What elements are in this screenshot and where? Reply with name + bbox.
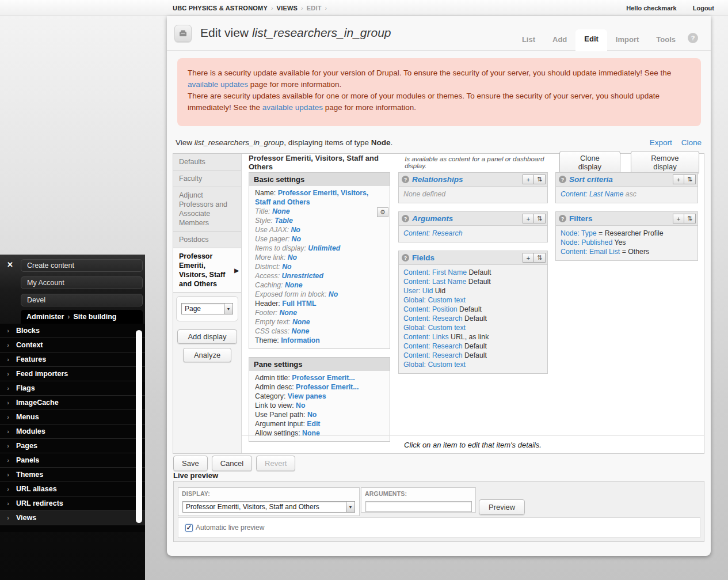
setting-link[interactable]: No <box>296 401 305 410</box>
sidebar-item-modules[interactable]: ›Modules <box>0 424 145 439</box>
argument-link[interactable]: Content: Research <box>403 229 463 237</box>
auto-preview-checkbox[interactable]: ✓ <box>185 524 193 532</box>
sidebar-item-url-aliases[interactable]: ›URL aliases <box>0 482 145 496</box>
display-tab-defaults[interactable]: Defaults <box>173 154 241 170</box>
setting-link[interactable]: None <box>279 309 297 317</box>
export-link[interactable]: Export <box>650 138 672 147</box>
sidebar-item-imagecache[interactable]: ›ImageCache <box>0 396 145 410</box>
breadcrumb-edit[interactable]: EDIT <box>307 5 322 12</box>
filter-link[interactable]: Content: Email List <box>561 248 620 256</box>
setting-link[interactable]: Professor Emerit... <box>296 383 359 391</box>
breadcrumb-home[interactable]: UBC PHYSICS & ASTRONOMY <box>173 5 268 12</box>
field-link[interactable]: Global: Custom text <box>403 324 466 332</box>
help-icon[interactable]: ? <box>688 33 698 43</box>
setting-link[interactable]: Full HTML <box>282 300 316 308</box>
setting-link[interactable]: No <box>291 226 300 234</box>
field-link[interactable]: Content: Research <box>403 351 463 359</box>
analyze-button[interactable]: Analyze <box>183 348 231 362</box>
arguments-input[interactable] <box>365 501 472 512</box>
style-settings-gear-icon[interactable]: ⚙ <box>377 207 388 217</box>
preview-display-select[interactable]: Professor Emeriti, Visitors, Staff and O… <box>182 501 355 513</box>
save-button[interactable]: Save <box>173 456 208 471</box>
clone-link[interactable]: Clone <box>681 138 702 147</box>
display-tab-faculty[interactable]: Faculty <box>173 170 241 187</box>
fields-title[interactable]: Fields <box>412 253 434 262</box>
add-sort-icon[interactable]: + <box>673 175 684 184</box>
setting-link[interactable]: No <box>329 290 338 298</box>
arguments-title[interactable]: Arguments <box>412 214 453 223</box>
relationships-title[interactable]: Relationships <box>412 175 463 184</box>
available-updates-link[interactable]: available updates <box>262 103 323 112</box>
setting-link[interactable]: No <box>292 235 301 243</box>
display-type-select[interactable]: Page ▼ <box>181 303 233 314</box>
sidebar-item-panels[interactable]: ›Panels <box>0 453 145 468</box>
sidebar-item-create-content[interactable]: Create content <box>21 259 143 272</box>
sort-link[interactable]: Content: Last Name <box>561 190 623 198</box>
remove-display-button[interactable]: Remove display <box>631 151 699 174</box>
setting-link[interactable]: None <box>272 207 290 215</box>
field-link[interactable]: Global: Custom text <box>403 296 466 304</box>
setting-link[interactable]: Unlimited <box>308 244 340 252</box>
field-link[interactable]: Content: Position <box>403 305 458 313</box>
breadcrumb-views[interactable]: VIEWS <box>277 5 298 12</box>
sidebar-item-flags[interactable]: ›Flags <box>0 381 145 396</box>
field-link[interactable]: Content: First Name <box>403 268 467 276</box>
field-link[interactable]: Global: Custom text <box>403 361 466 369</box>
filter-link[interactable]: Node: Type <box>561 229 597 237</box>
setting-link[interactable]: View panes <box>288 392 326 400</box>
sidebar-item-menus[interactable]: ›Menus <box>0 410 145 424</box>
add-display-button[interactable]: Add display <box>177 329 237 344</box>
sidebar-item-feed-importers[interactable]: ›Feed importers <box>0 367 145 381</box>
add-relationship-icon[interactable]: + <box>523 175 534 184</box>
close-icon[interactable]: ✕ <box>7 260 13 269</box>
display-tab-active[interactable]: Professor Emeriti, Visitors, Staff and O… <box>173 248 241 293</box>
field-link[interactable]: Content: Links <box>403 333 449 341</box>
field-link[interactable]: Content: Last Name <box>403 278 466 286</box>
cancel-button[interactable]: Cancel <box>212 456 252 471</box>
filters-title[interactable]: Filters <box>569 214 593 223</box>
sort-criteria-title[interactable]: Sort criteria <box>569 175 613 184</box>
setting-link[interactable]: No <box>282 263 291 271</box>
logout-link[interactable]: Logout <box>693 5 714 12</box>
clone-display-button[interactable]: Clone display <box>559 151 620 174</box>
tab-tools[interactable]: Tools <box>647 30 684 50</box>
setting-link[interactable]: No <box>307 411 317 419</box>
add-argument-icon[interactable]: + <box>523 214 534 223</box>
help-icon[interactable]: ? <box>402 215 409 222</box>
add-filter-icon[interactable]: + <box>673 214 684 223</box>
setting-link[interactable]: None <box>292 318 310 326</box>
sidebar-scrollbar[interactable] <box>136 330 142 523</box>
sidebar-item-context[interactable]: ›Context <box>0 338 145 352</box>
rearrange-arguments-icon[interactable]: ⇅ <box>534 214 546 223</box>
help-icon[interactable]: ? <box>402 254 409 261</box>
setting-link[interactable]: Edit <box>307 420 320 428</box>
rearrange-fields-icon[interactable]: ⇅ <box>534 253 546 263</box>
sidebar-item-devel[interactable]: Devel <box>21 294 143 306</box>
sidebar-item-themes[interactable]: ›Themes <box>0 468 145 482</box>
add-field-icon[interactable]: + <box>523 253 534 263</box>
field-link[interactable]: User: Uid <box>403 287 433 295</box>
rearrange-filters-icon[interactable]: ⇅ <box>684 214 696 223</box>
setting-link[interactable]: Information <box>281 336 320 344</box>
help-icon[interactable]: ? <box>559 215 566 222</box>
tab-list[interactable]: List <box>513 30 544 50</box>
tab-edit[interactable]: Edit <box>575 29 607 51</box>
sidebar-item-administer[interactable]: Administer › Site building <box>21 310 143 324</box>
setting-link[interactable]: Table <box>275 217 293 225</box>
sidebar-item-views[interactable]: ›Views <box>0 511 145 525</box>
setting-link[interactable]: Professor Emerit... <box>292 374 355 382</box>
sidebar-item-pages[interactable]: ›Pages <box>0 439 145 453</box>
setting-link[interactable]: Unrestricted <box>281 272 323 280</box>
setting-link[interactable]: None <box>292 327 310 335</box>
tab-import[interactable]: Import <box>607 30 647 50</box>
field-link[interactable]: Content: Research <box>403 342 463 350</box>
available-updates-link[interactable]: available updates <box>188 80 248 89</box>
filter-link[interactable]: Node: Published <box>561 238 612 247</box>
help-icon[interactable]: ? <box>559 176 566 183</box>
display-tab-postdocs[interactable]: Postdocs <box>173 232 241 248</box>
sidebar-item-my-account[interactable]: My Account <box>21 276 143 289</box>
sidebar-item-url-redirects[interactable]: ›URL redirects <box>0 496 145 511</box>
sidebar-item-features[interactable]: ›Features <box>0 352 145 367</box>
help-icon[interactable]: ? <box>402 176 409 183</box>
sidebar-item-blocks[interactable]: ›Blocks <box>0 324 145 338</box>
